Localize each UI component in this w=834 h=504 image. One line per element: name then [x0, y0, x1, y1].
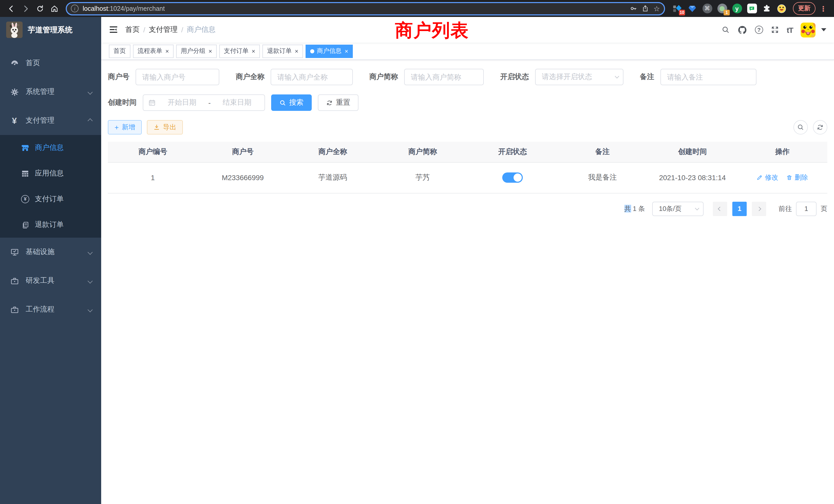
extension-gem-icon[interactable] [687, 3, 697, 14]
browser-forward-button[interactable] [20, 2, 32, 15]
sidebar-item-dev-tools[interactable]: 研发工具 [0, 266, 101, 295]
help-icon[interactable]: ? [755, 26, 763, 34]
browser-home-button[interactable] [48, 2, 61, 15]
navbar-actions: ? tT [722, 22, 826, 37]
y-letter-icon: y [732, 4, 742, 13]
filter-remark: 备注 [640, 69, 756, 85]
sidebar-item-home[interactable]: 首页 [0, 49, 101, 77]
tab-refund-order[interactable]: 退款订单× [262, 44, 303, 58]
key-icon[interactable] [630, 5, 638, 12]
col-merchant-no: 商户号 [198, 142, 288, 162]
cell-create-time: 2021-10-23 08:31:14 [648, 162, 738, 193]
breadcrumb-home[interactable]: 首页 [125, 25, 140, 35]
close-icon[interactable]: × [345, 48, 348, 54]
sidebar-item-app-info[interactable]: 应用信息 [0, 161, 101, 186]
bookmark-star-icon[interactable]: ☆ [654, 4, 660, 13]
chevron-right-icon [757, 207, 761, 211]
site-info-icon[interactable]: i [71, 5, 79, 12]
edit-pencil-icon [757, 175, 763, 181]
close-icon[interactable]: × [295, 48, 299, 54]
sidebar-item-merchant-info[interactable]: 商户信息 [0, 135, 101, 161]
tab-user-group[interactable]: 用户分组× [176, 44, 217, 58]
sidebar-item-refund-order[interactable]: 退款订单 [0, 212, 101, 238]
prev-page-button[interactable] [713, 202, 727, 216]
table-row: 1 M233666999 芋道源码 芋艿 我是备注 2021-10-23 08:… [108, 162, 827, 193]
address-bar[interactable]: i localhost:1024/pay/merchant ☆ [66, 2, 665, 15]
browser-profile-avatar[interactable] [776, 3, 787, 14]
search-button[interactable]: 搜索 [271, 94, 312, 111]
search-icon [797, 124, 804, 131]
calendar-icon [148, 99, 156, 106]
filter-status: 开启状态 请选择开启状态 [500, 69, 623, 85]
extension-status-icon[interactable]: 1 [717, 3, 727, 14]
add-button[interactable]: + 新增 [108, 120, 142, 135]
edit-link[interactable]: 修改 [757, 173, 778, 182]
avatar-caret-icon[interactable] [821, 28, 826, 31]
status-select[interactable]: 请选择开启状态 [535, 69, 623, 85]
browser-reload-button[interactable] [34, 2, 46, 15]
close-icon[interactable]: × [208, 48, 212, 54]
remark-input[interactable] [660, 69, 756, 85]
sidebar-item-workflow[interactable]: 工作流程 [0, 295, 101, 324]
payment-submenu: 商户信息 应用信息 ¥ 支付订单 [0, 135, 101, 238]
refresh-table-button[interactable] [813, 120, 827, 135]
tab-pay-order[interactable]: 支付订单× [219, 44, 260, 58]
date-range-picker[interactable]: 开始日期 - 结束日期 [143, 94, 265, 111]
merchant-no-input[interactable] [136, 69, 219, 85]
tab-home[interactable]: 首页 [109, 44, 130, 58]
search-icon[interactable] [722, 26, 730, 34]
extension-y-icon[interactable]: y [732, 3, 742, 14]
status-toggle[interactable] [502, 173, 523, 183]
sidebar-item-label: 退款订单 [35, 220, 64, 229]
sidebar-item-payment[interactable]: ¥ 支付管理 [0, 106, 101, 135]
start-date-placeholder[interactable]: 开始日期 [160, 98, 204, 107]
extensions-puzzle-button[interactable] [762, 3, 772, 14]
breadcrumb-payment[interactable]: 支付管理 [149, 25, 178, 35]
user-avatar[interactable] [800, 22, 815, 37]
sidebar-logo[interactable]: 芋道管理系统 [0, 17, 101, 43]
sidebar-item-label: 研发工具 [26, 276, 54, 285]
next-page-button[interactable] [752, 202, 766, 216]
sidebar-item-pay-order[interactable]: ¥ 支付订单 [0, 186, 101, 212]
close-icon[interactable]: × [166, 48, 169, 54]
reload-icon [36, 4, 44, 13]
full-name-input[interactable] [271, 69, 353, 85]
app-title: 芋道管理系统 [28, 25, 72, 35]
short-name-input[interactable] [404, 69, 484, 85]
browser-update-button[interactable]: 更新 [793, 2, 815, 15]
end-date-placeholder[interactable]: 结束日期 [215, 98, 259, 107]
font-size-icon[interactable]: tT [787, 25, 793, 34]
browser-menu-button[interactable]: ⋮ [817, 4, 829, 13]
cell-remark: 我是备注 [557, 162, 647, 193]
delete-link[interactable]: 删除 [787, 173, 808, 182]
extension-workflow-icon[interactable]: 10 [672, 3, 682, 14]
col-short-name: 商户简称 [378, 142, 467, 162]
monitor-icon [8, 248, 21, 256]
share-icon[interactable] [642, 5, 650, 12]
extension-chat-icon[interactable] [747, 3, 757, 14]
sidebar-toggle-button[interactable] [109, 26, 118, 34]
browser-back-button[interactable] [5, 2, 18, 15]
github-icon[interactable] [738, 25, 747, 35]
gem-icon [688, 4, 696, 13]
chat-bubble-icon [747, 4, 757, 13]
fullscreen-icon[interactable] [771, 26, 779, 34]
tab-merchant-info[interactable]: 商户信息× [306, 44, 353, 58]
goto-page-input[interactable] [796, 202, 816, 216]
show-search-button[interactable] [793, 120, 808, 135]
sidebar-item-infrastructure[interactable]: 基础设施 [0, 238, 101, 266]
filter-merchant-no: 商户号 [108, 69, 219, 85]
close-icon[interactable]: × [251, 48, 255, 54]
sidebar-item-system[interactable]: 系统管理 [0, 77, 101, 106]
export-button[interactable]: 导出 [147, 120, 183, 135]
cell-merchant-id: 1 [108, 162, 198, 193]
active-dot-icon [310, 49, 314, 53]
filter-label: 创建时间 [108, 98, 137, 107]
page-size-select[interactable]: 10条/页 [652, 202, 704, 216]
breadcrumb-current: 商户信息 [187, 25, 216, 35]
page-number-1[interactable]: 1 [732, 202, 747, 216]
reset-button[interactable]: 重置 [318, 94, 358, 111]
extension-command-icon[interactable]: ⌘ [702, 3, 712, 14]
search-icon [279, 99, 286, 106]
tab-process-form[interactable]: 流程表单× [133, 44, 174, 58]
